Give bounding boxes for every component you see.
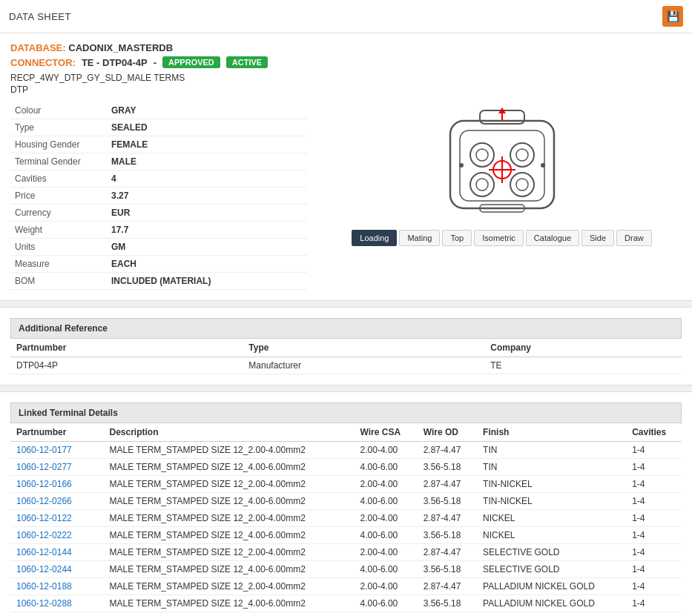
terminal-finish: SELECTIVE GOLD (477, 544, 626, 561)
terminal-wire-od: 0-0 (418, 612, 477, 617)
terminal-description: MALE TERM_SOLID SIZE 12_2.00-3.00mm2 (104, 612, 355, 617)
property-row: Weight17.7 (10, 222, 307, 239)
svg-point-4 (476, 149, 488, 161)
property-row: MeasureEACH (10, 256, 307, 273)
terminal-description: MALE TERM_STAMPED SIZE 12_2.00-4.00mm2 (104, 476, 355, 493)
addref-column-header: Type (243, 339, 484, 357)
ref-line: RECP_4WY_DTP_GY_SLD_MALE TERMS (10, 73, 682, 83)
terminal-cavities: 1-4 (626, 510, 682, 527)
addref-column-header: Partnumber (10, 339, 243, 357)
terminals-column-header: Description (104, 423, 355, 442)
props-data-table: ColourGRAYTypeSEALEDHousing GenderFEMALE… (10, 102, 307, 290)
terminal-cavities: 1-4 (626, 578, 682, 595)
terminal-wire-od: 3.56-5.18 (418, 595, 477, 612)
terminal-finish: NICKEL (477, 527, 626, 544)
image-section: LoadingMatingTopIsometricCatalogueSideDr… (322, 102, 682, 290)
terminal-partnumber[interactable]: 1060-12-0122 (10, 510, 104, 527)
terminal-finish: PALLADIUM NICKEL GOLD (477, 578, 626, 595)
badge-active: ACTIVE (226, 56, 268, 68)
terminal-cavities: 1-4 (626, 493, 682, 510)
terminal-wire-od: 3.56-5.18 (418, 459, 477, 476)
terminal-row: 1060-12-0122 MALE TERM_STAMPED SIZE 12_2… (10, 510, 682, 527)
terminal-wire-od: 2.87-4.47 (418, 510, 477, 527)
svg-point-9 (510, 173, 534, 196)
terminal-wire-od: 3.56-5.18 (418, 561, 477, 578)
terminal-wire-csa: 2.00-4.00 (355, 510, 418, 527)
property-row: Terminal GenderMALE (10, 153, 307, 170)
save-icon[interactable]: 💾 (662, 6, 683, 27)
property-row: CurrencyEUR (10, 205, 307, 222)
property-row: ColourGRAY (10, 102, 307, 119)
terminal-wire-csa: 4.00-6.00 (355, 561, 418, 578)
svg-point-10 (516, 179, 528, 191)
terminal-partnumber[interactable]: 1060-12-0188 (10, 578, 104, 595)
terminal-cavities: 1-4 (626, 459, 682, 476)
terminal-finish: PALLADIUM NICKEL GOLD (477, 595, 626, 612)
terminal-partnumber[interactable]: 1060-12-0177 (10, 442, 104, 459)
terminal-wire-csa: 4.00-6.00 (355, 459, 418, 476)
terminals-column-header: Cavities (626, 423, 682, 442)
view-tab-catalogue[interactable]: Catalogue (526, 230, 579, 246)
terminal-wire-csa: 4.00-6.00 (355, 527, 418, 544)
additional-reference-table: PartnumberTypeCompany DTP04-4P Manufactu… (10, 339, 682, 374)
terminal-wire-od: 2.87-4.47 (418, 578, 477, 595)
database-line: DATABASE: CADONIX_MASTERDB (10, 42, 682, 53)
property-row: Price3.27 (10, 188, 307, 205)
view-tab-draw[interactable]: Draw (616, 230, 652, 246)
terminal-partnumber[interactable]: 0460-204-12141 (10, 612, 104, 617)
terminal-finish: SELECTIVE GOLD (477, 561, 626, 578)
terminal-finish: TIN-NICKEL (477, 493, 626, 510)
view-tab-side[interactable]: Side (581, 230, 614, 246)
terminal-description: MALE TERM_STAMPED SIZE 12_4.00-6.00mm2 (104, 561, 355, 578)
terminal-partnumber[interactable]: 1060-12-0222 (10, 527, 104, 544)
terminal-cavities: 1-4 (626, 527, 682, 544)
terminal-row: 1060-12-0266 MALE TERM_STAMPED SIZE 12_4… (10, 493, 682, 510)
terminal-description: MALE TERM_STAMPED SIZE 12_2.00-4.00mm2 (104, 578, 355, 595)
terminal-wire-od: 3.56-5.18 (418, 527, 477, 544)
terminal-row: 1060-12-0288 MALE TERM_STAMPED SIZE 12_4… (10, 595, 682, 612)
section-divider-2 (0, 385, 692, 392)
terminal-row: 1060-12-0244 MALE TERM_STAMPED SIZE 12_4… (10, 561, 682, 578)
terminal-wire-od: 2.87-4.47 (418, 442, 477, 459)
connector-line: CONNECTOR: TE - DTP04-4P - APPROVED ACTI… (10, 56, 682, 68)
terminal-finish: NICKEL (477, 612, 626, 617)
terminals-column-header: Wire OD (418, 423, 477, 442)
addref-column-header: Company (484, 339, 682, 357)
property-row: Housing GenderFEMALE (10, 136, 307, 153)
svg-point-8 (476, 179, 488, 191)
property-row: UnitsGM (10, 239, 307, 256)
terminal-wire-csa: 2.00-4.00 (355, 476, 418, 493)
terminal-wire-csa: 2.00-4.00 (355, 442, 418, 459)
connector-label: CONNECTOR: (10, 57, 76, 68)
view-tab-loading[interactable]: Loading (352, 230, 397, 246)
terminal-row: 1060-12-0222 MALE TERM_STAMPED SIZE 12_4… (10, 527, 682, 544)
linked-terminals-table: PartnumberDescriptionWire CSAWire ODFini… (10, 423, 682, 616)
terminal-description: MALE TERM_STAMPED SIZE 12_4.00-6.00mm2 (104, 459, 355, 476)
terminal-description: MALE TERM_STAMPED SIZE 12_2.00-4.00mm2 (104, 544, 355, 561)
terminal-partnumber[interactable]: 1060-12-0277 (10, 459, 104, 476)
page-header: DATA SHEET 💾 (0, 0, 692, 33)
terminal-finish: NICKEL (477, 510, 626, 527)
svg-point-7 (470, 173, 494, 196)
terminal-wire-od: 2.87-4.47 (418, 544, 477, 561)
terminal-partnumber[interactable]: 1060-12-0166 (10, 476, 104, 493)
terminal-description: MALE TERM_STAMPED SIZE 12_2.00-4.00mm2 (104, 510, 355, 527)
terminal-partnumber[interactable]: 1060-12-0144 (10, 544, 104, 561)
terminal-partnumber[interactable]: 1060-12-0244 (10, 561, 104, 578)
terminal-partnumber[interactable]: 1060-12-0266 (10, 493, 104, 510)
svg-point-3 (470, 143, 494, 167)
view-tab-top[interactable]: Top (442, 230, 472, 246)
info-section: ColourGRAYTypeSEALEDHousing GenderFEMALE… (10, 102, 682, 290)
terminal-finish: TIN-NICKEL (477, 476, 626, 493)
terminal-cavities: 1-4 (626, 612, 682, 617)
terminal-row: 1060-12-0188 MALE TERM_STAMPED SIZE 12_2… (10, 578, 682, 595)
terminal-wire-od: 2.87-4.47 (418, 476, 477, 493)
badge-approved: APPROVED (162, 56, 220, 68)
view-tab-mating[interactable]: Mating (399, 230, 440, 246)
terminal-partnumber[interactable]: 1060-12-0288 (10, 595, 104, 612)
terminal-wire-csa: 2.00-4.00 (355, 544, 418, 561)
svg-point-5 (510, 143, 534, 167)
property-row: Cavities4 (10, 170, 307, 188)
terminal-finish: TIN (477, 459, 626, 476)
view-tab-isometric[interactable]: Isometric (474, 230, 524, 246)
